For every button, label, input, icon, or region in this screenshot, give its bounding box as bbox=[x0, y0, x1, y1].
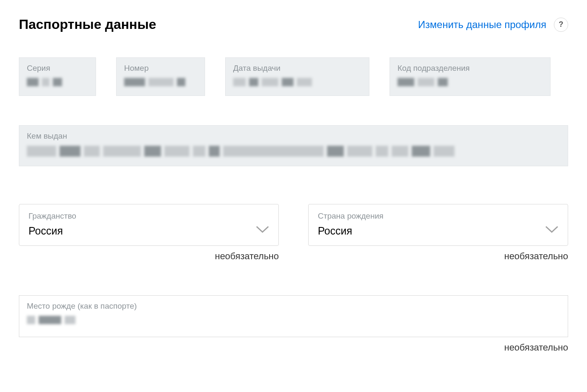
edit-profile-link[interactable]: Изменить данные профиля bbox=[418, 19, 546, 31]
chevron-down-icon bbox=[256, 225, 269, 235]
passport-top-row: Серия Номер Дата выдачи Код подразделени… bbox=[19, 57, 568, 96]
birth-country-select[interactable]: Страна рождения Россия bbox=[308, 204, 568, 246]
division-code-field[interactable]: Код подразделения bbox=[390, 57, 551, 96]
number-label: Номер bbox=[124, 64, 197, 73]
citizenship-group: Гражданство Россия необязательно bbox=[19, 204, 279, 262]
division-code-value-redacted bbox=[397, 78, 543, 86]
question-icon: ? bbox=[559, 20, 564, 29]
birthplace-optional-hint: необязательно bbox=[19, 342, 568, 353]
birth-country-optional-hint: необязательно bbox=[308, 251, 568, 262]
birthplace-value-redacted bbox=[27, 316, 560, 324]
citizenship-optional-hint: необязательно bbox=[19, 251, 279, 262]
birth-country-value: Россия bbox=[318, 225, 384, 237]
division-code-label: Код подразделения bbox=[397, 64, 543, 73]
number-value-redacted bbox=[124, 78, 197, 86]
page-title: Паспортные данные bbox=[19, 17, 156, 32]
page-header: Паспортные данные Изменить данные профил… bbox=[19, 17, 568, 32]
number-field[interactable]: Номер bbox=[116, 57, 205, 96]
help-button[interactable]: ? bbox=[554, 18, 568, 32]
issue-date-value-redacted bbox=[233, 78, 361, 86]
issue-date-field[interactable]: Дата выдачи bbox=[225, 57, 369, 96]
citizenship-label: Гражданство bbox=[29, 211, 76, 221]
birth-country-label: Страна рождения bbox=[318, 211, 384, 221]
series-value-redacted bbox=[27, 78, 88, 86]
birthplace-group: Место рожде (как в паспорте) необязатель… bbox=[19, 295, 568, 353]
chevron-down-icon bbox=[545, 225, 558, 235]
issued-by-value-redacted bbox=[27, 146, 560, 157]
citizenship-value: Россия bbox=[29, 225, 76, 237]
citizenship-select[interactable]: Гражданство Россия bbox=[19, 204, 279, 246]
birthplace-field[interactable]: Место рожде (как в паспорте) bbox=[19, 295, 568, 337]
issued-by-field[interactable]: Кем выдан bbox=[19, 125, 568, 166]
series-field[interactable]: Серия bbox=[19, 57, 96, 96]
issued-by-label: Кем выдан bbox=[27, 132, 560, 141]
issue-date-label: Дата выдачи bbox=[233, 64, 361, 73]
selects-row: Гражданство Россия необязательно Страна … bbox=[19, 204, 568, 262]
series-label: Серия bbox=[27, 64, 88, 73]
header-actions: Изменить данные профиля ? bbox=[418, 18, 568, 32]
birthplace-label: Место рожде (как в паспорте) bbox=[27, 302, 560, 311]
birth-country-group: Страна рождения Россия необязательно bbox=[308, 204, 568, 262]
